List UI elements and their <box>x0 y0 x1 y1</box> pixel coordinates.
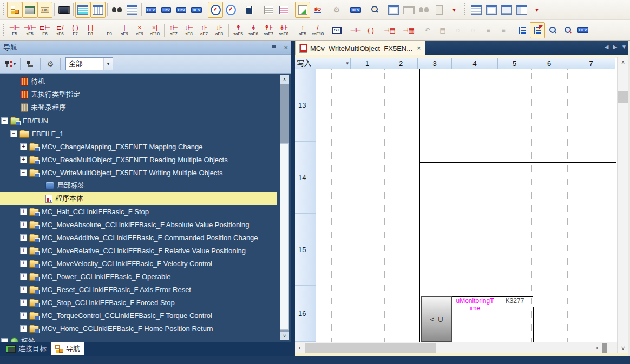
inline-st-button[interactable]: ST <box>329 22 344 38</box>
input-assistant-icon[interactable]: HK <box>37 2 52 18</box>
falling-pulse-branch-button[interactable]: ↓⊦aF8 <box>212 22 227 38</box>
scroll-left-icon[interactable]: ‹ <box>295 342 305 353</box>
expand-icon[interactable]: + <box>20 273 27 280</box>
invert-operation-button[interactable]: ‒/‒caF10 <box>310 22 325 38</box>
rising-pulse-close-branch-button[interactable]: ↟⊦saF7 <box>261 22 276 38</box>
wiring-display-button[interactable] <box>515 22 530 38</box>
tree-scrollbar-thumb[interactable] <box>280 143 289 330</box>
contact-comment-button[interactable]: ⊣▤ <box>382 22 397 38</box>
pin-icon[interactable] <box>272 44 277 51</box>
horizontal-scrollbar-thumb[interactable] <box>305 343 436 353</box>
monitor-write-button[interactable] <box>560 22 575 38</box>
io-check-icon[interactable]: I/O <box>310 2 325 18</box>
tab-scroll-right-icon[interactable]: ▶ <box>613 44 617 50</box>
tab-connection-destination[interactable]: 连接目标 <box>2 342 51 355</box>
application-instruction-button[interactable]: [ ]F8 <box>83 22 98 38</box>
tree-item-mcv-changemapping[interactable]: +MCv_ChangeMapping_FX5ENET Mapping Chang… <box>0 140 291 153</box>
collapse-icon[interactable]: − <box>20 169 27 176</box>
horizontal-scrollbar[interactable]: ‹ › <box>295 342 617 353</box>
tree-item-mcv-readmultiobject[interactable]: +MCv_ReadMultiObject_FX5ENET Reading Mul… <box>0 153 291 166</box>
coil-button[interactable]: ( )F7 <box>68 22 83 38</box>
window-preview-icon[interactable] <box>386 2 401 18</box>
vertical-scrollbar-thumb[interactable] <box>618 91 628 103</box>
toolbar-grip[interactable] <box>464 3 467 16</box>
block-operand-label[interactable]: uMonitoringT ime <box>452 297 498 312</box>
toolbar-grip[interactable] <box>2 3 5 16</box>
tree-item-fbfun[interactable]: −FB/FUN <box>0 114 291 127</box>
expand-icon[interactable]: + <box>20 156 27 163</box>
tree-item-label[interactable]: −标签 <box>0 335 291 342</box>
device-initial-value-icon[interactable]: Dev <box>174 2 189 18</box>
block-operand-constant[interactable]: K3277 <box>498 297 531 305</box>
open-contact-button[interactable]: ⊣⊢F5 <box>7 22 22 38</box>
rising-pulse-button[interactable]: ↑⊢sF7 <box>166 22 181 38</box>
find-result-window-icon[interactable] <box>124 2 140 18</box>
expand-icon[interactable]: + <box>20 234 27 241</box>
tab-navigation[interactable]: 导航 <box>51 342 84 355</box>
tree-item-mc-halt[interactable]: +MC_Halt_CCLinkIEFBasic_F Stop <box>0 205 291 218</box>
device-display-icon[interactable]: DEV <box>348 2 363 18</box>
statement-window-icon[interactable] <box>469 2 484 18</box>
tree-item-mc-moveabsolute[interactable]: +MC_MoveAbsolute_CCLinkIEFBasic_F Absolu… <box>0 218 291 231</box>
close-icon[interactable]: × <box>284 44 288 51</box>
horizontal-line-button[interactable]: —F9 <box>102 22 117 38</box>
watch-stop-icon[interactable] <box>223 2 238 18</box>
tree-display-button[interactable]: ▾ <box>3 57 17 71</box>
tree-item-fbfile1[interactable]: −FBFILE_1 <box>0 127 291 140</box>
device-memory-icon[interactable]: Dev <box>159 2 174 18</box>
falling-pulse-button[interactable]: ↓⊢sF8 <box>181 22 196 38</box>
register-watch-icon[interactable] <box>276 2 291 18</box>
grid-corner-cell[interactable]: 写入 <box>295 58 316 69</box>
tree-item-mc-power[interactable]: +MC_Power_CCLinkIEFBasic_F Operable <box>0 270 291 283</box>
scroll-up-icon[interactable]: ∧ <box>280 75 289 84</box>
tree-item-mc-movevelocity[interactable]: +MC_MoveVelocity_CCLinkIEFBasic_F Veloci… <box>0 257 291 270</box>
edit-coil-button[interactable]: ( ) <box>363 22 378 38</box>
row-header-16[interactable]: 16 <box>295 286 316 342</box>
vertical-line-button[interactable]: |sF9 <box>117 22 132 38</box>
collapse-all-button[interactable] <box>23 57 37 71</box>
tab-scroll-left-icon[interactable]: ◀ <box>605 44 609 50</box>
rising-pulse-branch-button[interactable]: ↑⊦aF7 <box>196 22 212 38</box>
global-label-window-icon[interactable] <box>75 2 90 18</box>
expand-icon[interactable]: + <box>20 143 27 150</box>
rising-pulse-close-button[interactable]: ↟saF5 <box>231 22 246 38</box>
save-project-icon[interactable] <box>22 2 37 18</box>
boxed-comment-icon[interactable] <box>484 2 499 18</box>
grid-filter-cell[interactable]: ▾ <box>316 58 351 69</box>
settings-button[interactable]: ⚙ <box>43 57 57 71</box>
tab-menu-icon[interactable]: ▼ <box>621 44 627 50</box>
read-mode-button[interactable] <box>545 22 560 38</box>
close-branch-button[interactable]: ⊏/sF6 <box>52 22 68 38</box>
user-authentication-icon[interactable] <box>367 2 382 18</box>
tree-item-mc-torquecontrol[interactable]: +MC_TorqueControl_CCLinkIEFBasic_F Torqu… <box>0 309 291 322</box>
note-list-icon[interactable] <box>499 2 514 18</box>
watch-start-icon[interactable] <box>208 2 223 18</box>
comparison-block[interactable]: <_U <box>421 296 452 342</box>
filter-dropdown[interactable]: 全部 ▾ <box>65 57 113 70</box>
tree-item-mcv-home[interactable]: +MCv_Home_CCLinkIEFBasic_F Home Position… <box>0 322 291 335</box>
toolbar-overflow-icon[interactable]: ▾ <box>447 2 462 18</box>
tree-item-local-label[interactable]: 局部标签 <box>0 179 291 192</box>
row-header-15[interactable]: 15 <box>295 214 316 286</box>
delete-vertical-line-button[interactable]: ×|cF10 <box>147 22 162 38</box>
close-icon[interactable]: × <box>417 45 421 51</box>
scroll-down-icon[interactable]: ∨ <box>280 332 289 340</box>
invert-result-button[interactable]: ↑aF5 <box>295 22 310 38</box>
module-parameter-icon[interactable] <box>56 2 71 18</box>
project-structure-icon[interactable] <box>7 2 22 18</box>
document-tab[interactable]: MCv_WriteMultiObject_FX5EN... × <box>295 41 425 55</box>
coil-comment-button[interactable]: ⊣▦ <box>401 22 416 38</box>
intelligent-function-icon[interactable] <box>242 2 257 18</box>
tree-scrollbar[interactable]: ∧ ∨ <box>280 75 289 340</box>
close-contact-button[interactable]: ⊣/⊢sF5 <box>22 22 37 38</box>
find-icon[interactable] <box>109 2 124 18</box>
tree-item-standby[interactable]: 待机 <box>0 75 291 88</box>
device-search-button[interactable]: DEV <box>575 22 590 38</box>
device-batch-icon[interactable]: DEV <box>189 2 204 18</box>
tree-item-mcv-writemultiobject[interactable]: −MCv_WriteMultiObject_FX5ENET Writing Mu… <box>0 166 291 179</box>
tree-item-program-body[interactable]: 程序本体 <box>0 192 277 205</box>
device-clear-icon[interactable]: DEV <box>143 2 159 18</box>
edit-contact-button[interactable]: ⊣⊢ <box>348 22 363 38</box>
tree-item-unregistered[interactable]: 未登录程序 <box>0 101 291 114</box>
expand-icon[interactable]: + <box>20 208 27 215</box>
